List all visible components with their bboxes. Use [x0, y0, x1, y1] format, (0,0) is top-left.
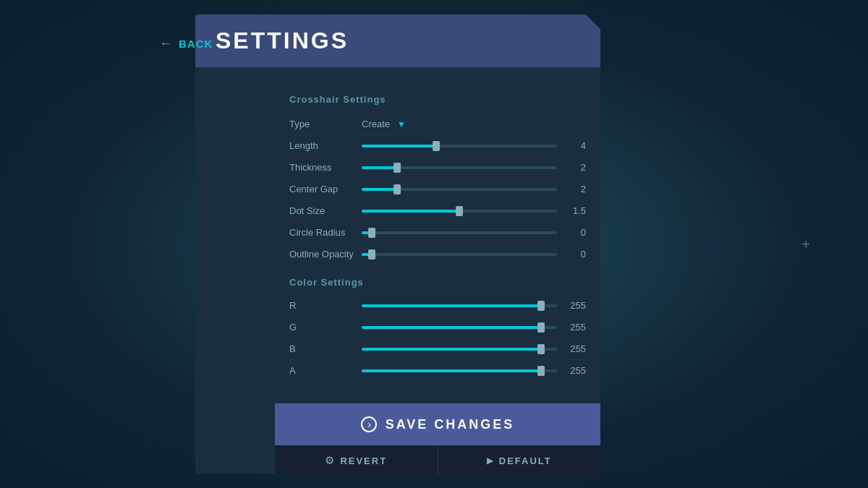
b-slider-fill	[362, 348, 541, 351]
center-gap-control: 2	[362, 184, 586, 194]
length-value: 4	[564, 140, 586, 151]
dot-size-slider-thumb[interactable]	[456, 206, 463, 216]
thickness-slider-thumb[interactable]	[393, 163, 401, 173]
revert-button[interactable]: ⚙ REVERT	[275, 445, 438, 476]
setting-row-dot-size: Dot Size 1.5	[289, 200, 586, 222]
r-slider-thumb[interactable]	[537, 301, 545, 311]
setting-row-thickness: Thickness 2	[289, 157, 586, 179]
center-gap-value: 2	[564, 184, 586, 194]
circle-radius-slider[interactable]	[362, 231, 557, 234]
outline-opacity-label: Outline Opacity	[289, 249, 362, 260]
content-area[interactable]: Crosshair Settings Type Create ▼ Length …	[275, 80, 600, 405]
circle-radius-value: 0	[564, 227, 586, 238]
setting-row-r: R 255	[289, 295, 586, 317]
circle-radius-label: Circle Radius	[289, 227, 362, 238]
g-slider[interactable]	[362, 326, 557, 329]
color-section-title: Color Settings	[289, 277, 586, 288]
save-changes-button[interactable]: SAVE CHANGES	[275, 403, 600, 445]
a-control: 255	[362, 365, 586, 376]
length-slider-thumb[interactable]	[433, 141, 440, 151]
a-label: A	[289, 365, 362, 376]
length-slider[interactable]	[362, 145, 557, 147]
setting-row-b: B 255	[289, 338, 586, 360]
setting-row-circle-radius: Circle Radius 0	[289, 222, 586, 244]
dot-size-control: 1.5	[362, 205, 586, 216]
a-slider[interactable]	[362, 369, 557, 372]
a-slider-fill	[362, 369, 541, 372]
thickness-label: Thickness	[289, 162, 362, 173]
outline-opacity-slider[interactable]	[362, 253, 557, 256]
setting-row-a: A 255	[289, 360, 586, 382]
length-control: 4	[362, 140, 586, 151]
bottom-bar: ⚙ REVERT ▶ DEFAULT	[275, 445, 600, 476]
setting-row-type: Type Create ▼	[289, 114, 586, 135]
g-label: G	[289, 322, 362, 333]
center-gap-slider-thumb[interactable]	[393, 184, 401, 194]
g-control: 255	[362, 322, 586, 333]
thickness-slider-fill	[362, 166, 397, 169]
setting-row-length: Length 4	[289, 135, 586, 157]
setting-row-center-gap: Center Gap 2	[289, 179, 586, 200]
back-label: BACK	[179, 38, 213, 50]
outline-opacity-slider-thumb[interactable]	[368, 249, 375, 260]
length-slider-fill	[362, 145, 436, 147]
thickness-value: 2	[564, 162, 586, 173]
type-value: Create	[362, 119, 390, 129]
g-slider-fill	[362, 326, 541, 329]
play-icon: ▶	[487, 455, 493, 466]
dot-size-label: Dot Size	[289, 205, 362, 216]
crosshair-section-title: Crosshair Settings	[289, 94, 586, 105]
plus-icon: +	[801, 236, 810, 252]
center-gap-label: Center Gap	[289, 184, 362, 194]
default-button[interactable]: ▶ DEFAULT	[438, 445, 601, 476]
r-value: 255	[564, 300, 586, 311]
a-value: 255	[564, 365, 586, 376]
g-slider-thumb[interactable]	[537, 322, 545, 333]
a-slider-thumb[interactable]	[537, 366, 545, 376]
chevron-down-icon: ▼	[397, 119, 406, 129]
center-gap-slider-fill	[362, 188, 397, 191]
dot-size-slider[interactable]	[362, 210, 557, 213]
r-slider[interactable]	[362, 304, 557, 307]
default-label: DEFAULT	[499, 455, 552, 466]
revert-label: REVERT	[340, 455, 387, 466]
save-icon	[361, 416, 377, 432]
outline-opacity-value: 0	[564, 249, 586, 260]
circle-radius-control: 0	[362, 227, 586, 238]
thickness-slider[interactable]	[362, 166, 557, 169]
setting-row-outline-opacity: Outline Opacity 0	[289, 244, 586, 265]
outline-opacity-control: 0	[362, 249, 586, 260]
r-label: R	[289, 300, 362, 311]
type-label: Type	[289, 119, 362, 129]
back-arrow-icon: ←	[159, 36, 173, 51]
gear-icon: ⚙	[325, 454, 334, 467]
back-button[interactable]: ← BACK	[159, 36, 213, 51]
b-slider[interactable]	[362, 348, 557, 351]
r-control: 255	[362, 300, 586, 311]
b-control: 255	[362, 343, 586, 354]
b-label: B	[289, 343, 362, 354]
b-value: 255	[564, 343, 586, 354]
b-slider-thumb[interactable]	[537, 344, 545, 354]
settings-header: SETTINGS	[195, 14, 600, 67]
settings-title: SETTINGS	[216, 27, 349, 53]
g-value: 255	[564, 322, 586, 333]
save-changes-label: SAVE CHANGES	[386, 417, 515, 432]
r-slider-fill	[362, 304, 541, 307]
setting-row-g: G 255	[289, 317, 586, 338]
dot-size-value: 1.5	[564, 205, 586, 216]
length-label: Length	[289, 140, 362, 151]
center-gap-slider[interactable]	[362, 188, 557, 191]
circle-radius-slider-thumb[interactable]	[368, 228, 375, 238]
dot-size-slider-fill	[362, 210, 459, 213]
thickness-control: 2	[362, 162, 586, 173]
type-control[interactable]: Create ▼	[362, 119, 586, 129]
